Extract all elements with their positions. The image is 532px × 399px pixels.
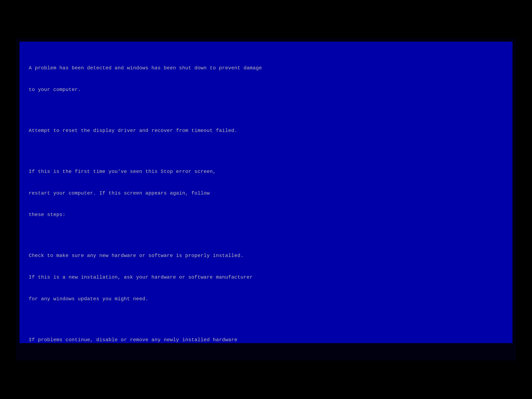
bsod-line-3: Attempt to reset the display driver and …: [29, 127, 503, 134]
bsod-line-8: If this is a new installation, ask your …: [29, 274, 503, 281]
bsod-line-6: these steps:: [29, 211, 503, 218]
bsod-line-5: restart your computer. If this screen ap…: [29, 190, 503, 197]
bsod-text-content: A problem has been detected and windows …: [29, 50, 503, 343]
bsod-line-2: to your computer.: [29, 86, 503, 94]
bsod-line-9: for any windows updates you might need.: [29, 295, 503, 303]
bsod-line-1: A problem has been detected and windows …: [29, 64, 503, 72]
screen-outer: A problem has been detected and windows …: [16, 38, 516, 361]
spacer-1: [29, 108, 503, 113]
spacer-4: [29, 317, 503, 322]
bsod-line-7: Check to make sure any new hardware or s…: [29, 252, 503, 260]
spacer-3: [29, 233, 503, 238]
bsod-screen: A problem has been detected and windows …: [19, 42, 513, 343]
bsod-line-10: If problems continue, disable or remove …: [29, 336, 503, 343]
spacer-2: [29, 149, 503, 154]
bsod-line-4: If this is the first time you've seen th…: [29, 168, 503, 175]
